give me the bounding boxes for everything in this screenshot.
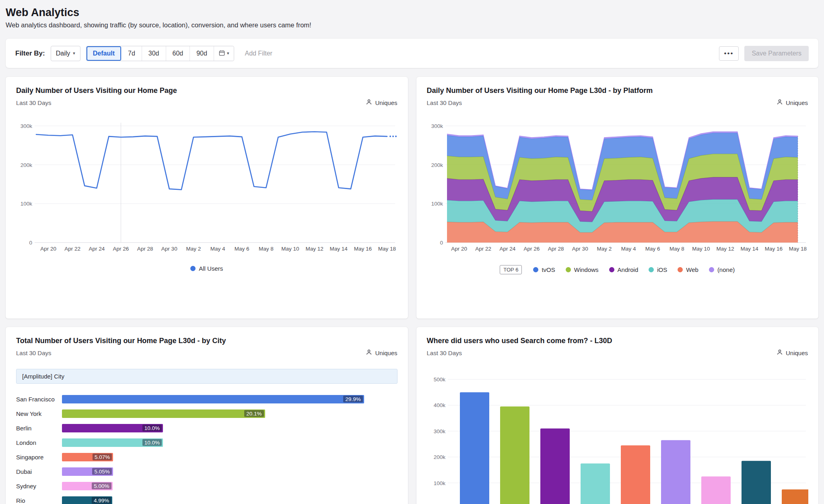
city-bar[interactable]: 29.9% xyxy=(62,395,364,403)
city-label: Berlin xyxy=(16,425,62,432)
svg-text:Apr 22: Apr 22 xyxy=(64,246,80,252)
uniques-toggle[interactable]: Uniques xyxy=(366,99,397,107)
range-segment-30d[interactable]: 30d xyxy=(142,46,166,61)
svg-text:May 18: May 18 xyxy=(378,246,396,252)
svg-text:May 12: May 12 xyxy=(716,246,734,252)
legend-label: (none) xyxy=(717,266,735,273)
line-chart[interactable]: 0100k200k300kApr 20Apr 22Apr 24Apr 26Apr… xyxy=(16,117,398,254)
uniques-label: Uniques xyxy=(786,350,808,356)
svg-text:Apr 26: Apr 26 xyxy=(113,246,129,252)
city-value-chip: 10.0% xyxy=(142,439,162,446)
user-icon xyxy=(366,99,372,107)
city-bar-track: 29.9% xyxy=(62,395,398,403)
top-n-badge[interactable]: TOP 6 xyxy=(500,265,522,274)
svg-text:May 8: May 8 xyxy=(259,246,274,252)
legend-item-allusers[interactable]: All Users xyxy=(190,265,223,272)
svg-text:Apr 24: Apr 24 xyxy=(499,246,515,252)
calendar-range-button[interactable]: ▾ xyxy=(214,46,234,61)
svg-text:300k: 300k xyxy=(433,428,445,434)
card-date-range: Last 30 Days xyxy=(427,99,462,106)
legend-dot xyxy=(533,267,538,272)
city-bar-row[interactable]: San Francisco29.9% xyxy=(16,392,398,406)
svg-text:200k: 200k xyxy=(433,454,445,460)
bar-chart[interactable]: 100k200k300k400k500k xyxy=(427,367,808,504)
legend-dot xyxy=(190,266,196,271)
city-bar[interactable]: 20.1% xyxy=(62,409,265,418)
uniques-toggle[interactable]: Uniques xyxy=(366,349,397,357)
city-bar-row[interactable]: Sydney5.00% xyxy=(16,479,398,493)
chart-legend: TOP 6tvOSWindowsAndroidiOSWeb(none) xyxy=(427,265,808,274)
svg-text:Apr 26: Apr 26 xyxy=(523,246,540,252)
svg-text:May 4: May 4 xyxy=(621,246,636,252)
card-date-range: Last 30 Days xyxy=(16,350,52,356)
uniques-toggle[interactable]: Uniques xyxy=(777,349,808,357)
svg-text:200k: 200k xyxy=(431,162,443,168)
city-bar[interactable]: 10.0% xyxy=(62,438,163,447)
city-bar-row[interactable]: New York20.1% xyxy=(16,406,398,421)
range-segment-default[interactable]: Default xyxy=(87,46,122,61)
more-options-button[interactable]: ••• xyxy=(719,46,739,61)
svg-text:May 2: May 2 xyxy=(597,246,612,252)
city-bar-row[interactable]: London10.0% xyxy=(16,435,398,450)
svg-text:100k: 100k xyxy=(431,201,443,207)
city-bar-row[interactable]: Dubai5.05% xyxy=(16,464,398,479)
uniques-toggle[interactable]: Uniques xyxy=(777,99,808,107)
city-bar[interactable]: 5.05% xyxy=(62,467,113,476)
legend-item-android[interactable]: Android xyxy=(609,266,639,273)
legend-item-tvos[interactable]: tvOS xyxy=(533,266,555,273)
svg-text:May 2: May 2 xyxy=(186,246,201,252)
city-label: Rio xyxy=(16,497,62,504)
svg-text:400k: 400k xyxy=(433,402,445,408)
interval-dropdown[interactable]: Daily ▾ xyxy=(51,46,80,61)
range-segment-60d[interactable]: 60d xyxy=(166,46,190,61)
svg-text:Apr 24: Apr 24 xyxy=(89,246,105,252)
legend-label: Windows xyxy=(574,266,599,273)
legend-item-windows[interactable]: Windows xyxy=(566,266,599,273)
legend-label: tvOS xyxy=(542,266,555,273)
city-label: London xyxy=(16,439,62,446)
city-label: Sydney xyxy=(16,483,62,490)
legend-item-web[interactable]: Web xyxy=(678,266,698,273)
city-value-chip: 5.07% xyxy=(93,454,112,461)
card-search-users-source: Where did users who used Search come fro… xyxy=(416,327,819,504)
filter-bar: Filter By: Daily ▾ Default7d30d60d90d ▾ … xyxy=(6,39,818,68)
legend-item-ios[interactable]: iOS xyxy=(649,266,667,273)
svg-text:300k: 300k xyxy=(21,123,33,129)
legend-item-none[interactable]: (none) xyxy=(709,266,735,273)
card-date-range: Last 30 Days xyxy=(16,99,52,106)
city-bar[interactable]: 4.99% xyxy=(62,496,112,504)
city-bar-row[interactable]: Berlin10.0% xyxy=(16,421,398,435)
svg-text:Apr 30: Apr 30 xyxy=(161,246,177,252)
svg-text:May 18: May 18 xyxy=(789,246,806,252)
user-icon xyxy=(777,99,783,107)
card-users-by-city: Total Number of Users Visiting our Home … xyxy=(6,327,408,504)
add-filter-button[interactable]: Add Filter xyxy=(245,50,272,57)
page-subtitle: Web analytics dashboard, showing traffic… xyxy=(6,21,818,29)
city-bar-row[interactable]: Singapore5.07% xyxy=(16,450,398,464)
city-bar[interactable]: 10.0% xyxy=(62,424,163,432)
city-bar-list: San Francisco29.9%New York20.1%Berlin10.… xyxy=(16,392,398,504)
city-bar-track: 20.1% xyxy=(62,409,398,418)
svg-text:May 8: May 8 xyxy=(669,246,684,252)
stacked-area-chart[interactable]: 0100k200k300kApr 20Apr 22Apr 24Apr 26Apr… xyxy=(427,117,808,254)
card-date-range: Last 30 Days xyxy=(427,350,462,356)
range-segment-7d[interactable]: 7d xyxy=(122,46,142,61)
city-label: New York xyxy=(16,410,62,417)
city-bar[interactable]: 5.07% xyxy=(62,453,113,461)
city-value-chip: 20.1% xyxy=(244,410,264,417)
legend-dot xyxy=(609,267,614,272)
date-range-segments: Default7d30d60d90d ▾ xyxy=(86,46,235,61)
city-bar-track: 10.0% xyxy=(62,438,398,447)
svg-text:500k: 500k xyxy=(433,376,445,383)
range-segment-90d[interactable]: 90d xyxy=(190,46,214,61)
svg-text:May 6: May 6 xyxy=(235,246,249,252)
city-bar-track: 5.05% xyxy=(62,467,398,476)
card-title: Total Number of Users Visiting our Home … xyxy=(16,337,398,345)
svg-text:May 14: May 14 xyxy=(740,246,758,252)
city-bar[interactable]: 5.00% xyxy=(62,482,113,490)
city-property-header[interactable]: [Amplitude] City xyxy=(16,369,398,384)
city-bar-row[interactable]: Rio4.99% xyxy=(16,493,398,504)
save-parameters-button[interactable]: Save Parameters xyxy=(744,46,809,61)
svg-text:Apr 20: Apr 20 xyxy=(451,246,467,252)
svg-text:May 16: May 16 xyxy=(354,246,372,252)
